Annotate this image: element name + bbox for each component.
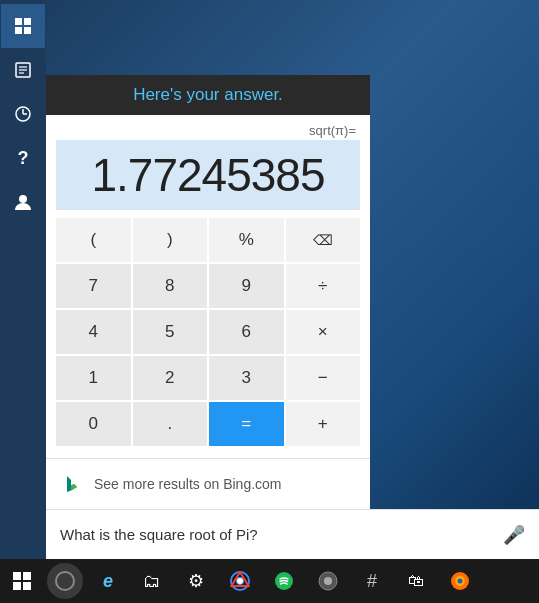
calc-expression: sqrt(π)= bbox=[56, 123, 360, 138]
sidebar-item-apps[interactable] bbox=[1, 4, 45, 48]
firefox-button[interactable] bbox=[438, 559, 482, 603]
app1-button[interactable] bbox=[306, 559, 350, 603]
edge-icon: e bbox=[103, 571, 113, 592]
explorer-button[interactable]: 🗂 bbox=[130, 559, 174, 603]
popup-header-text: Here's your answer. bbox=[133, 85, 283, 104]
bing-link[interactable]: See more results on Bing.com bbox=[46, 458, 370, 509]
calc-btn-paren-open[interactable]: ( bbox=[56, 218, 131, 262]
settings-button[interactable]: ⚙ bbox=[174, 559, 218, 603]
svg-point-10 bbox=[237, 578, 243, 584]
cortana-icon bbox=[55, 571, 75, 591]
app2-icon: # bbox=[367, 571, 377, 592]
calc-btn-2[interactable]: 2 bbox=[133, 356, 208, 400]
calc-btn-subtract[interactable]: − bbox=[286, 356, 361, 400]
settings-icon: ⚙ bbox=[188, 570, 204, 592]
edge-button[interactable]: e bbox=[86, 559, 130, 603]
app1-icon bbox=[318, 571, 338, 591]
calc-btn-add[interactable]: + bbox=[286, 402, 361, 446]
svg-point-13 bbox=[324, 577, 332, 585]
bing-logo-icon bbox=[62, 473, 84, 495]
calc-btn-9[interactable]: 9 bbox=[209, 264, 284, 308]
calc-buttons: ( ) % ⌫ 7 8 9 ÷ 4 5 6 × 1 2 3 − 0 bbox=[56, 218, 360, 446]
chrome-icon bbox=[230, 571, 250, 591]
start-button[interactable] bbox=[0, 559, 44, 603]
spotify-icon bbox=[274, 571, 294, 591]
calc-btn-backspace[interactable]: ⌫ bbox=[286, 218, 361, 262]
sidebar: ? bbox=[0, 0, 46, 559]
microphone-icon[interactable]: 🎤 bbox=[503, 524, 525, 546]
sidebar-item-notes[interactable] bbox=[1, 48, 45, 92]
bing-link-text: See more results on Bing.com bbox=[94, 476, 282, 492]
calc-btn-equals[interactable]: = bbox=[209, 402, 284, 446]
calc-btn-4[interactable]: 4 bbox=[56, 310, 131, 354]
calc-btn-3[interactable]: 3 bbox=[209, 356, 284, 400]
calc-btn-divide[interactable]: ÷ bbox=[286, 264, 361, 308]
firefox-icon bbox=[450, 571, 470, 591]
chrome-button[interactable] bbox=[218, 559, 262, 603]
calc-btn-7[interactable]: 7 bbox=[56, 264, 131, 308]
calc-btn-8[interactable]: 8 bbox=[133, 264, 208, 308]
svg-point-7 bbox=[19, 195, 27, 203]
explorer-icon: 🗂 bbox=[143, 571, 161, 592]
desktop: ? Here's your answer. sqrt(π)= 1.7724538… bbox=[0, 0, 539, 603]
sidebar-item-reminders[interactable] bbox=[1, 92, 45, 136]
search-row: 🎤 bbox=[46, 509, 539, 559]
sidebar-item-help[interactable]: ? bbox=[1, 136, 45, 180]
spotify-button[interactable] bbox=[262, 559, 306, 603]
cortana-button[interactable] bbox=[47, 563, 83, 599]
popup-header: Here's your answer. bbox=[46, 75, 370, 115]
calc-btn-decimal[interactable]: . bbox=[133, 402, 208, 446]
calc-btn-0[interactable]: 0 bbox=[56, 402, 131, 446]
windows-logo-icon bbox=[13, 572, 31, 590]
calc-btn-multiply[interactable]: × bbox=[286, 310, 361, 354]
calc-btn-percent[interactable]: % bbox=[209, 218, 284, 262]
store-button[interactable]: 🛍 bbox=[394, 559, 438, 603]
sidebar-item-account[interactable] bbox=[1, 180, 45, 224]
calc-btn-paren-close[interactable]: ) bbox=[133, 218, 208, 262]
taskbar: e 🗂 ⚙ bbox=[0, 559, 539, 603]
search-input[interactable] bbox=[60, 526, 503, 543]
store-icon: 🛍 bbox=[408, 572, 424, 590]
calc-btn-5[interactable]: 5 bbox=[133, 310, 208, 354]
app2-button[interactable]: # bbox=[350, 559, 394, 603]
calc-result: 1.77245385 bbox=[56, 140, 360, 210]
calc-btn-1[interactable]: 1 bbox=[56, 356, 131, 400]
calculator-area: sqrt(π)= 1.77245385 ( ) % ⌫ 7 8 9 ÷ 4 5 … bbox=[46, 115, 370, 458]
svg-point-16 bbox=[458, 579, 463, 584]
cortana-popup: Here's your answer. sqrt(π)= 1.77245385 … bbox=[46, 75, 370, 509]
calc-btn-6[interactable]: 6 bbox=[209, 310, 284, 354]
